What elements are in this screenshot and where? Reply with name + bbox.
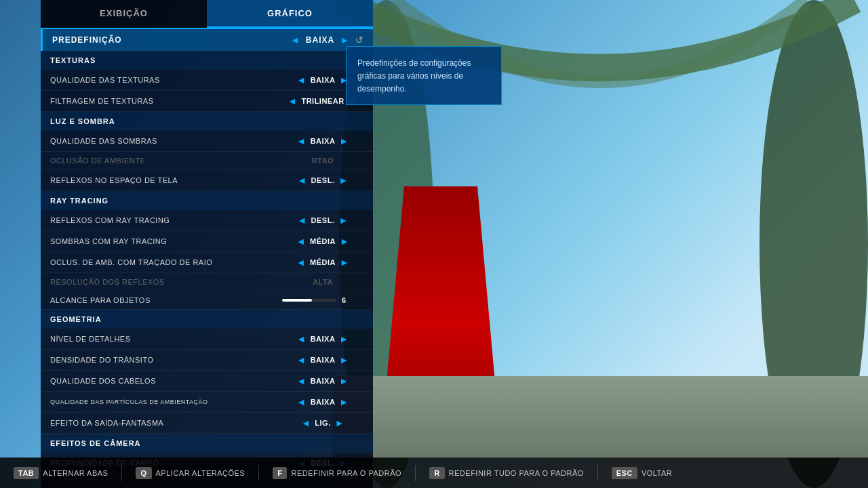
setting-row-8[interactable]: REFLEXOS COM RAY TRACING◄DESL.► — [41, 210, 373, 231]
left-arrow-16[interactable]: ◄ — [296, 375, 306, 386]
slider-row-12[interactable]: ALCANCE PARA OBJETOS6 — [41, 291, 373, 310]
value-text-9: MÉDIA — [310, 237, 336, 245]
section-header-13: GEOMETRIA — [41, 310, 373, 329]
right-arrow-16[interactable]: ► — [339, 375, 349, 386]
hotkey-label-3: REDEFINIR TUDO PARA O PADRÃO — [449, 469, 584, 477]
setting-name-5: OCLUSÃO DE AMBIENTE — [50, 157, 282, 165]
hotkey-item-1: QAPLICAR ALTERAÇÕES — [136, 467, 245, 479]
hotkey-sep-3 — [415, 465, 416, 481]
setting-row-14[interactable]: NÍVEL DE DETALHES◄BAIXA► — [41, 329, 373, 350]
slider-track-12[interactable] — [282, 299, 336, 302]
left-arrow-18[interactable]: ◄ — [301, 418, 311, 428]
section-header-3: LUZ E SOMBRA — [41, 112, 373, 131]
setting-name-4: QUALIDADE DAS SOMBRAS — [50, 137, 282, 145]
setting-row-9[interactable]: SOMBRAS COM RAY TRACING◄MÉDIA► — [41, 231, 373, 252]
setting-name-1: QUALIDADE DAS TEXTURAS — [50, 76, 282, 84]
left-arrow-9[interactable]: ◄ — [296, 236, 306, 247]
right-arrow-9[interactable]: ► — [340, 236, 349, 247]
setting-row-17[interactable]: QUALIDADE DAS PARTÍCULAS DE AMBIENTAÇÃO◄… — [41, 392, 373, 413]
predef-left-arrow[interactable]: ◄ — [290, 35, 300, 45]
value-text-14: BAIXA — [311, 335, 336, 343]
value-text-10: MÉDIA — [310, 258, 336, 266]
left-arrow-6[interactable]: ◄ — [297, 175, 307, 186]
left-arrow-2[interactable]: ◄ — [288, 96, 297, 106]
hotkey-label-0: ALTERNAR ABAS — [43, 469, 108, 477]
setting-value-6: ◄DESL.► — [282, 175, 363, 186]
hotkey-item-0: TABALTERNAR ABAS — [14, 467, 108, 479]
setting-value-14: ◄BAIXA► — [282, 333, 363, 344]
setting-row-16[interactable]: QUALIDADE DOS CABELOS◄BAIXA► — [41, 371, 373, 392]
setting-row-18[interactable]: EFEITO DA SAÍDA-FANTASMA◄LIG.► — [41, 413, 373, 434]
setting-name-18: EFEITO DA SAÍDA-FANTASMA — [50, 419, 282, 427]
right-arrow-4[interactable]: ► — [339, 136, 349, 146]
left-arrow-4[interactable]: ◄ — [296, 136, 306, 146]
right-arrow-17[interactable]: ► — [339, 396, 349, 407]
setting-row-11: RESOLUÇÃO DOS REFLEXOSALTA — [41, 273, 373, 291]
setting-value-4: ◄BAIXA► — [282, 136, 363, 146]
setting-value-11: ALTA — [282, 278, 363, 286]
left-arrow-17[interactable]: ◄ — [296, 396, 306, 407]
left-arrow-1[interactable]: ◄ — [296, 75, 306, 85]
hotkey-item-2: FREDEFINIR PARA O PADRÃO — [273, 467, 401, 479]
value-text-17: BAIXA — [311, 398, 336, 406]
predef-right-arrow[interactable]: ► — [340, 35, 350, 45]
hotkey-label-2: REDEFINIR PARA O PADRÃO — [291, 469, 401, 477]
hotkey-key-4[interactable]: ESC — [612, 467, 637, 479]
setting-value-15: ◄BAIXA► — [282, 354, 363, 365]
right-arrow-6[interactable]: ► — [338, 175, 348, 186]
right-arrow-15[interactable]: ► — [339, 354, 349, 365]
setting-row-4[interactable]: QUALIDADE DAS SOMBRAS◄BAIXA► — [41, 131, 373, 152]
hotkey-key-1[interactable]: Q — [136, 467, 151, 479]
value-text-18: LIG. — [315, 419, 330, 427]
hotkey-label-1: APLICAR ALTERAÇÕES — [156, 469, 245, 477]
slider-fill-12 — [282, 299, 312, 302]
setting-value-17: ◄BAIXA► — [282, 396, 363, 407]
setting-value-10: ◄MÉDIA► — [282, 257, 363, 268]
value-text-2: TRILINEAR — [301, 97, 344, 105]
setting-row-2[interactable]: FILTRAGEM DE TEXTURAS◄TRILINEAR► — [41, 91, 373, 112]
tooltip-box: Predefinições de configurações gráficas … — [346, 46, 502, 105]
predef-value-text: BAIXA — [306, 35, 334, 45]
hotkey-label-4: VOLTAR — [642, 469, 672, 477]
setting-row-15[interactable]: DENSIDADE DO TRÂNSITO◄BAIXA► — [41, 350, 373, 371]
setting-name-9: SOMBRAS COM RAY TRACING — [50, 237, 282, 245]
setting-name-10: OCLUS. DE AMB. COM TRAÇADO DE RAIO — [50, 258, 282, 266]
left-arrow-14[interactable]: ◄ — [296, 333, 306, 344]
predef-value-container: ◄ BAIXA ► — [290, 35, 350, 45]
tab-grafico[interactable]: GRÁFICO — [207, 0, 373, 28]
section-header-7: RAY TRACING — [41, 191, 373, 210]
value-text-16: BAIXA — [311, 377, 336, 385]
section-header-0: TEXTURAS — [41, 51, 373, 70]
slider-name-12: ALCANCE PARA OBJETOS — [50, 296, 282, 304]
hotkey-item-4: ESCVOLTAR — [612, 467, 673, 479]
predef-row: PREDEFINIÇÃO ◄ BAIXA ► ↺ — [41, 29, 373, 51]
setting-name-6: REFLEXOS NO ESPAÇO DE TELA — [50, 176, 282, 184]
right-arrow-8[interactable]: ► — [338, 215, 348, 226]
tab-exibicao[interactable]: EXIBIÇÃO — [41, 0, 207, 28]
setting-name-14: NÍVEL DE DETALHES — [50, 335, 282, 343]
tooltip-text: Predefinições de configurações gráficas … — [357, 58, 471, 94]
setting-value-16: ◄BAIXA► — [282, 375, 363, 386]
right-arrow-10[interactable]: ► — [340, 257, 349, 268]
setting-row-10[interactable]: OCLUS. DE AMB. COM TRAÇADO DE RAIO◄MÉDIA… — [41, 252, 373, 273]
setting-name-2: FILTRAGEM DE TEXTURAS — [50, 97, 282, 105]
hotkey-sep-2 — [258, 465, 259, 481]
right-arrow-14[interactable]: ► — [339, 333, 349, 344]
hotkey-key-0[interactable]: TAB — [14, 467, 39, 479]
value-text-15: BAIXA — [311, 356, 336, 364]
left-arrow-10[interactable]: ◄ — [296, 257, 306, 268]
value-text-8: DESL. — [311, 216, 335, 224]
setting-value-8: ◄DESL.► — [282, 215, 363, 226]
hotkey-sep-1 — [121, 465, 122, 481]
setting-row-6[interactable]: REFLEXOS NO ESPAÇO DE TELA◄DESL.► — [41, 170, 373, 191]
left-arrow-8[interactable]: ◄ — [297, 215, 307, 226]
setting-row-1[interactable]: QUALIDADE DAS TEXTURAS◄BAIXA► — [41, 70, 373, 91]
predef-reset-icon[interactable]: ↺ — [355, 35, 363, 45]
setting-value-5: RTAO — [282, 157, 363, 165]
hotkey-key-3[interactable]: R — [429, 467, 444, 479]
left-arrow-15[interactable]: ◄ — [296, 354, 306, 365]
hotkey-key-2[interactable]: F — [273, 467, 287, 479]
value-text-4: BAIXA — [311, 137, 336, 145]
right-arrow-18[interactable]: ► — [335, 418, 344, 428]
setting-name-16: QUALIDADE DOS CABELOS — [50, 377, 282, 385]
